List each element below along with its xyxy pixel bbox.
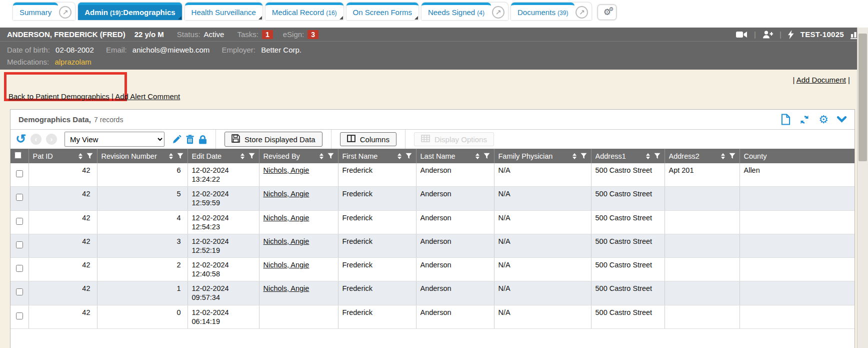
row-checkbox[interactable] [16, 312, 23, 319]
back-to-patient-demographics-link[interactable]: Back to Patient Demographics [8, 92, 110, 101]
column-header-address1[interactable]: Address1 [591, 149, 664, 163]
tab-health-surveillance[interactable]: Health Surveillance [185, 3, 262, 20]
column-header-revised-by[interactable]: Revised By [259, 149, 338, 163]
tab-settings-button[interactable]: ⚙ ⚙ [598, 5, 616, 20]
cell-family-physician: N/A [494, 258, 591, 281]
popout-icon[interactable]: ↗ [576, 6, 588, 19]
tab-needs-signed[interactable]: Needs Signed (4)↗ [422, 3, 508, 20]
revised-by-link[interactable]: Nichols, Angie [264, 284, 310, 292]
sort-icon[interactable] [240, 153, 244, 159]
popout-icon[interactable]: ↗ [492, 6, 504, 19]
column-header-edit-date[interactable]: Edit Date [188, 149, 259, 163]
floppy-save-icon [232, 134, 240, 144]
main-content: | Add Document | Back to Patient Demogra… [0, 70, 868, 348]
row-checkbox[interactable] [16, 218, 23, 225]
filter-funnel-icon[interactable] [177, 153, 184, 159]
column-header-last-name[interactable]: Last Name [416, 149, 494, 163]
column-header-county[interactable]: County [740, 149, 854, 163]
tab-label: On Screen Forms [346, 3, 418, 20]
filter-funnel-icon[interactable] [86, 153, 93, 159]
filter-funnel-icon[interactable] [580, 153, 587, 159]
cell-revised-by: Nichols, Angie [259, 187, 338, 210]
row-checkbox[interactable] [16, 194, 23, 201]
column-header-first-name[interactable]: First Name [338, 149, 416, 163]
add-alert-comment-link[interactable]: Add Alert Comment [115, 92, 180, 101]
sort-icon[interactable] [572, 153, 576, 159]
column-header-pat-id[interactable]: Pat ID [28, 149, 97, 163]
new-document-icon[interactable] [781, 114, 790, 125]
revised-by-link[interactable]: Nichols, Angie [264, 261, 310, 269]
row-checkbox[interactable] [16, 265, 23, 272]
video-camera-icon[interactable] [736, 31, 748, 38]
revised-by-link[interactable]: Nichols, Angie [264, 214, 310, 222]
lightning-icon[interactable] [788, 30, 794, 39]
cell-edit-date: 12-02-202409:57:34 [188, 281, 259, 305]
revised-by-link[interactable]: Nichols, Angie [264, 237, 310, 245]
filter-funnel-icon[interactable] [406, 153, 412, 159]
row-checkbox[interactable] [16, 241, 23, 248]
vertical-scrollbar[interactable] [857, 28, 868, 348]
cell-address1: 500 Castro Street [591, 163, 664, 187]
tab-documents[interactable]: Documents (39)↗ [511, 3, 592, 20]
column-label: Pat ID [33, 152, 74, 160]
filter-funnel-icon[interactable] [654, 153, 660, 159]
columns-button[interactable]: Columns [340, 132, 396, 146]
cell-first-name: Frederick [338, 281, 416, 305]
view-select[interactable]: My View [64, 132, 164, 147]
column-header-revision-number[interactable]: Revision Number [97, 149, 188, 163]
filter-funnel-icon[interactable] [729, 153, 736, 159]
reset-view-undo-icon[interactable]: ↺ [16, 133, 26, 145]
divider: | [780, 30, 782, 39]
previous-view-button[interactable]: ‹ [30, 134, 42, 145]
tab-on-screen-forms[interactable]: On Screen Forms [346, 3, 418, 20]
sort-icon[interactable] [78, 153, 82, 159]
cell-last-name: Anderson [416, 258, 494, 281]
esign-badge[interactable]: 3 [308, 30, 318, 39]
sort-icon[interactable] [476, 153, 480, 159]
sort-icon[interactable] [721, 153, 725, 159]
panel-gear-icon[interactable]: ⚙ [818, 115, 828, 125]
tab-summary[interactable]: Summary↗ [13, 3, 75, 20]
cell-address2 [664, 281, 740, 305]
sort-icon[interactable] [646, 153, 650, 159]
filter-funnel-icon[interactable] [328, 153, 334, 159]
column-label: Last Name [420, 152, 472, 160]
medications-value[interactable]: alprazolam [54, 58, 91, 66]
sort-icon[interactable] [320, 153, 324, 159]
add-user-icon[interactable] [762, 31, 773, 39]
cell-pat-id: 42 [28, 258, 97, 281]
add-document-link[interactable]: Add Document [796, 76, 846, 84]
row-checkbox[interactable] [16, 170, 23, 177]
delete-view-trash-icon[interactable] [186, 135, 194, 144]
revised-by-link[interactable]: Nichols, Angie [264, 166, 310, 174]
cell-family-physician: N/A [494, 163, 591, 187]
lock-view-icon[interactable] [198, 135, 207, 144]
tab-medical-record[interactable]: Medical Record (16) [266, 3, 344, 20]
sort-icon[interactable] [169, 153, 173, 159]
demographics-table: Pat IDRevision NumberEdit DateRevised By… [10, 149, 854, 329]
gear-icon: ⚙ [609, 6, 614, 13]
edit-view-pencil-icon[interactable] [172, 135, 182, 144]
filter-funnel-icon[interactable] [484, 153, 490, 159]
column-header-address2[interactable]: Address2 [664, 149, 740, 163]
tab-admin[interactable]: Admin (19):Demographics [78, 3, 182, 20]
column-header-family-physician[interactable]: Family Physician [494, 149, 591, 163]
dob-value: 02-08-2002 [56, 46, 94, 54]
cell-last-name: Anderson [416, 163, 494, 187]
popout-icon[interactable]: ↗ [59, 6, 72, 19]
next-view-button[interactable]: › [46, 134, 57, 145]
display-options-grid-icon [421, 135, 430, 144]
refresh-icon[interactable] [799, 115, 810, 125]
cell-county [740, 234, 854, 257]
records-count: 7 records [94, 116, 123, 124]
filter-funnel-icon[interactable] [248, 153, 255, 159]
row-checkbox[interactable] [16, 288, 23, 295]
patient-header-bar: ANDERSON, FREDERICK (FRED) 22 y/o M Stat… [0, 28, 868, 41]
collapse-chevron-down-icon[interactable] [837, 116, 846, 123]
tasks-badge[interactable]: 1 [262, 30, 273, 39]
sort-icon[interactable] [398, 153, 402, 159]
revised-by-link[interactable]: Nichols, Angie [264, 190, 310, 198]
dropdown-fold-icon [414, 16, 418, 20]
store-displayed-data-button[interactable]: Store Displayed Data [224, 132, 322, 147]
select-all-checkbox[interactable] [14, 152, 22, 159]
